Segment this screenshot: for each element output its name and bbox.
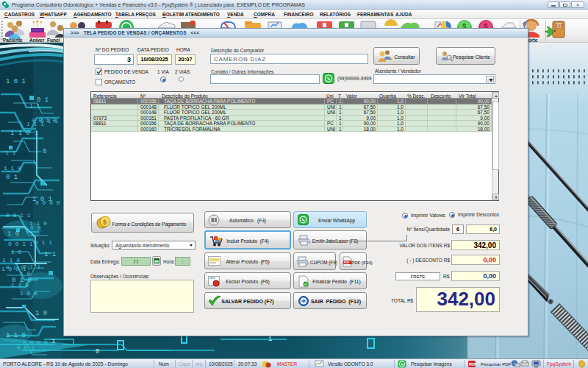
- svg-text:0 1: 0 1: [37, 96, 49, 104]
- svg-text:0 1: 0 1: [6, 174, 18, 181]
- svg-text:0: 0: [43, 148, 46, 155]
- svg-text:1 0: 1 0: [7, 230, 19, 238]
- svg-text:1 0: 1 0: [11, 249, 22, 255]
- svg-text:0: 0: [96, 348, 99, 355]
- svg-text:0 0 1 0: 0 0 1 0: [32, 117, 57, 124]
- svg-text:1 0: 1 0: [35, 310, 47, 317]
- svg-text:0 1 1: 0 1 1: [23, 263, 40, 270]
- svg-text:1: 1: [268, 336, 272, 343]
- svg-text:1 1: 1 1: [5, 149, 16, 156]
- svg-text:0 1 1: 0 1 1: [35, 239, 52, 246]
- svg-text:0 0 1 1: 0 0 1 1: [6, 212, 31, 219]
- svg-text:1 1: 1 1: [44, 251, 56, 258]
- svg-text:EXIT: EXIT: [556, 24, 564, 28]
- svg-text:1 1 0: 1 1 0: [6, 332, 26, 339]
- svg-text:1 0 1: 1 0 1: [32, 196, 52, 203]
- svg-text:1 1 0: 1 1 0: [4, 165, 21, 171]
- svg-text:1 1 0: 1 1 0: [2, 257, 20, 263]
- svg-text:1 1 0 1: 1 1 0 1: [10, 130, 38, 137]
- svg-text:0 1 0: 0 1 0: [12, 277, 32, 284]
- svg-text:1 0 1: 1 0 1: [6, 78, 26, 85]
- svg-text:0 0 1 1: 0 0 1 1: [8, 241, 33, 247]
- svg-text:PDF: PDF: [469, 362, 476, 367]
